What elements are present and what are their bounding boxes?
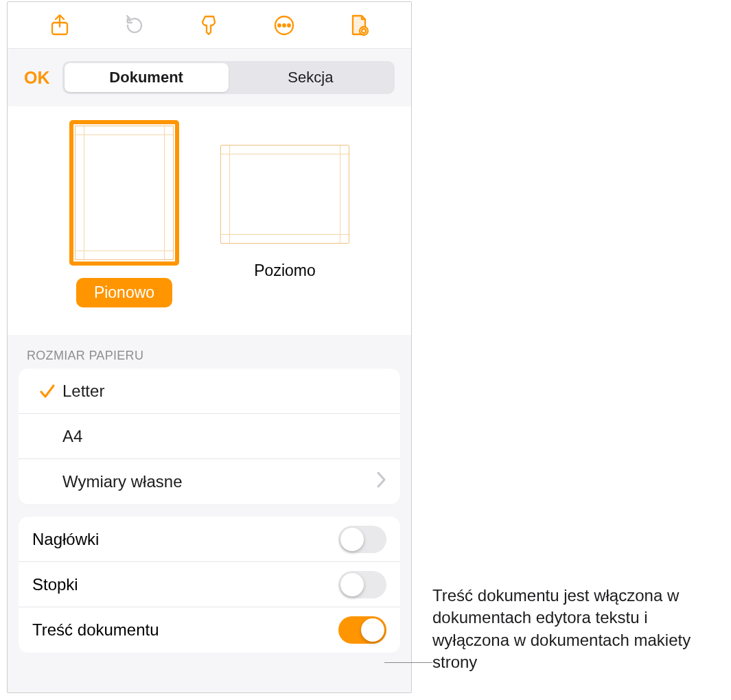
orientation-portrait-label: Pionowo [76,278,172,307]
share-icon[interactable] [45,10,75,40]
tab-document[interactable]: Dokument [65,63,229,92]
orientation-portrait[interactable]: Pionowo [69,120,179,307]
paper-size-custom-label: Wymiary własne [62,472,375,491]
orientation-landscape[interactable]: Poziomo [220,120,349,307]
svg-point-5 [360,27,368,35]
paper-size-a4[interactable]: A4 [19,414,400,459]
landscape-preview-icon [220,145,349,244]
toggle-headers-label: Nagłówki [32,530,99,549]
paper-size-letter-label: Letter [62,382,386,401]
ok-button[interactable]: OK [24,68,50,88]
toolbar [8,2,411,49]
format-brush-icon[interactable] [194,10,224,40]
toggle-footers[interactable] [338,571,386,598]
svg-point-4 [288,24,290,27]
orientation-landscape-label: Poziomo [236,256,333,285]
toggle-headers[interactable] [338,526,386,553]
segmented-tabs: Dokument Sekcja [62,61,395,94]
paper-size-custom[interactable]: Wymiary własne [19,459,400,504]
toggle-document-body-row: Treść dokumentu [19,607,400,653]
toggle-document-body[interactable] [338,616,386,644]
callout-text: Treść dokumentu jest włączona w dokument… [432,585,721,674]
orientation-selector: Pionowo Poziomo [8,106,411,335]
portrait-preview-icon [69,120,179,266]
inspector-header: OK Dokument Sekcja [8,49,411,101]
svg-point-2 [278,24,281,27]
chevron-right-icon [375,471,386,493]
toggle-footers-label: Stopki [32,575,78,594]
toggle-headers-row: Nagłówki [19,517,400,562]
checkmark-icon [32,382,62,400]
toggle-footers-row: Stopki [19,562,400,607]
tab-section[interactable]: Sekcja [229,63,393,92]
undo-icon[interactable] [119,10,150,40]
more-icon[interactable] [269,10,299,40]
svg-point-3 [283,24,286,27]
toggle-document-body-label: Treść dokumentu [32,620,159,640]
paper-size-list: Letter A4 Wymiary własne [19,369,400,504]
paper-size-a4-label: A4 [62,427,386,446]
paper-size-header: ROZMIAR PAPIERU [8,335,411,369]
callout-leader-line [384,662,432,663]
toggles-list: Nagłówki Stopki Treść dokumentu [19,517,400,653]
document-options-icon[interactable] [344,10,374,40]
paper-size-letter[interactable]: Letter [19,369,400,414]
